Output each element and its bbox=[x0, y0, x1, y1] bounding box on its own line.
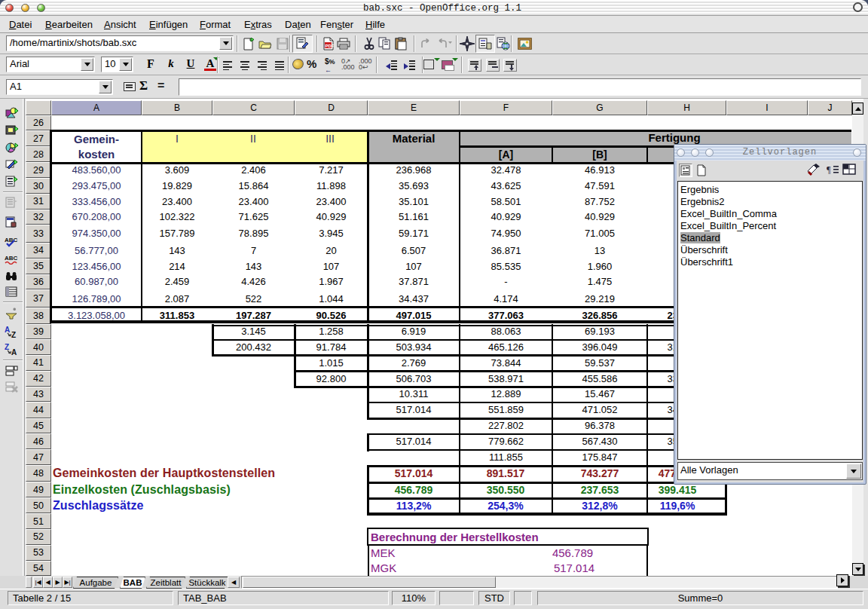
svg-text:Z: Z bbox=[5, 343, 9, 351]
svg-text:PDF: PDF bbox=[326, 44, 335, 48]
svg-text:Z: Z bbox=[11, 331, 16, 338]
svg-text:¶: ¶ bbox=[827, 164, 831, 175]
svg-text:A: A bbox=[11, 348, 17, 356]
svg-text:ABC: ABC bbox=[5, 255, 18, 262]
svg-text:A: A bbox=[5, 326, 10, 334]
